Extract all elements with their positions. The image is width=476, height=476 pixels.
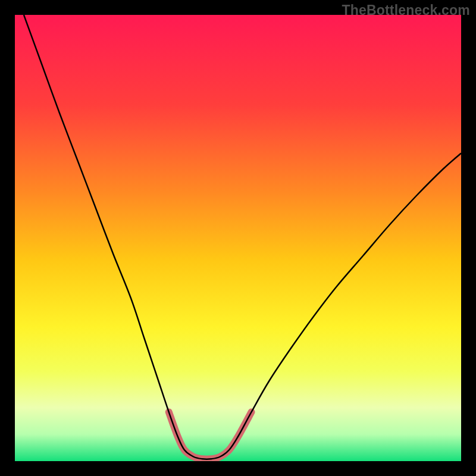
plot-area (15, 15, 461, 461)
gradient-background (15, 15, 461, 461)
watermark-text: TheBottleneck.com (342, 2, 470, 18)
bottleneck-chart (15, 15, 461, 461)
chart-frame: TheBottleneck.com (0, 0, 476, 476)
